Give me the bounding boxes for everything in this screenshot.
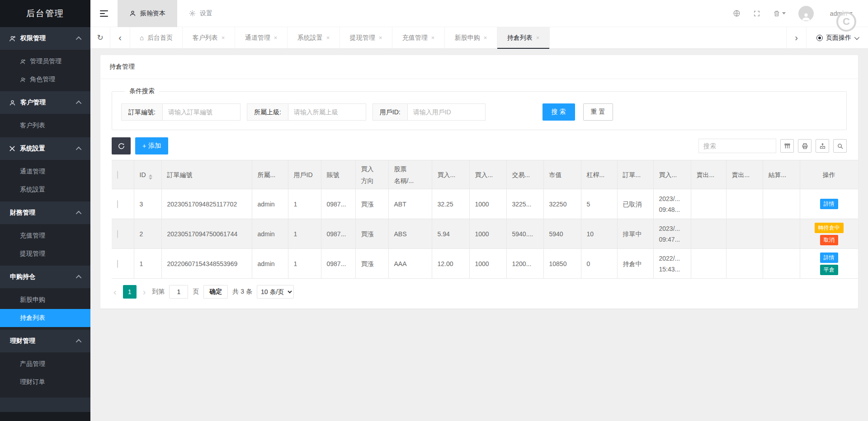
close-icon[interactable]: × [536, 34, 540, 41]
menu-fold-icon[interactable] [90, 10, 118, 17]
cell-direction: 買漲 [355, 219, 388, 249]
confirm-page-button[interactable]: 确定 [203, 285, 228, 299]
sidebar-group-label: 申购持仓 [10, 273, 35, 281]
user-id-input[interactable] [408, 103, 486, 121]
tab-withdraw-management[interactable]: 提现管理 × [340, 27, 392, 48]
select-all-checkbox[interactable] [117, 171, 118, 179]
chevron-up-icon [76, 339, 82, 345]
col-settle: 結算... [763, 160, 800, 189]
columns-filter-icon[interactable] [780, 139, 794, 153]
sidebar-item-customer-list[interactable]: 客户列表 [0, 117, 90, 135]
close-icon[interactable]: × [484, 34, 487, 41]
current-page[interactable]: 1 [123, 285, 137, 299]
cell-buy-qty: 1000 [469, 189, 506, 219]
refresh-tabs-icon[interactable]: ↻ [90, 27, 110, 48]
sidebar-group-wealth[interactable]: 理财管理 [0, 330, 90, 352]
row-checkbox[interactable] [117, 230, 118, 238]
parent-input[interactable] [288, 103, 366, 121]
tab-recharge-management[interactable]: 充值管理 × [392, 27, 445, 48]
tab-channel-management[interactable]: 通道管理 × [235, 27, 288, 48]
cell-settle [763, 189, 800, 219]
sidebar-item-position-list[interactable]: 持倉列表 [0, 309, 90, 327]
col-trade-amount: 交易... [506, 160, 543, 189]
cell-trade-amount: 3225... [506, 189, 543, 219]
cell-sell-price [691, 219, 726, 249]
language-globe-icon[interactable] [733, 9, 741, 17]
order-no-input[interactable] [163, 103, 241, 121]
chevron-up-icon [76, 100, 82, 106]
scroll-right-icon[interactable]: › [786, 27, 806, 48]
sidebar-item-ipo-subscription[interactable]: 新股申购 [0, 291, 90, 309]
user-icon [9, 99, 16, 106]
scroll-left-icon[interactable]: ‹ [110, 27, 130, 48]
sidebar-item-admin-management[interactable]: 管理员管理 [0, 52, 90, 70]
cell-buy-time: 2023/...09:47... [653, 219, 691, 249]
sidebar-item-system-settings[interactable]: 系统設置 [0, 181, 90, 199]
cell-sell-price [691, 249, 726, 279]
sidebar-item-withdraw-management[interactable]: 提现管理 [0, 245, 90, 263]
avatar[interactable] [798, 6, 814, 21]
add-button[interactable]: + 添加 [135, 137, 168, 154]
col-order-no: 訂單編號 [161, 160, 252, 189]
table-header-row: ID 訂單編號 所屬... 用戶ID 賬號 買入 方向 股票 名稱/... 買入… [112, 160, 858, 189]
close-icon[interactable]: × [379, 34, 382, 41]
sidebar-group-customers[interactable]: 客户管理 [0, 91, 90, 114]
cell-buy-price: 12.00 [432, 249, 469, 279]
refresh-button[interactable] [112, 137, 131, 154]
per-page-select[interactable]: 10 条/页 [257, 285, 294, 299]
settings-tab[interactable]: 设置 [177, 0, 224, 27]
chevron-up-icon [76, 275, 82, 281]
parent-label: 所屬上級: [247, 103, 288, 121]
table-search-input[interactable] [698, 139, 776, 153]
tab-home[interactable]: ⌂ 后台首页 [130, 27, 183, 48]
transfer-position-button[interactable]: 轉持倉中 [815, 223, 844, 233]
clear-cache-icon[interactable] [773, 10, 786, 17]
sidebar-item-product-management[interactable]: 产品管理 [0, 355, 90, 373]
sidebar-item-channel-management[interactable]: 通道管理 [0, 163, 90, 181]
reset-button[interactable]: 重 置 [583, 103, 613, 121]
sidebar-group-ipo-positions[interactable]: 申购持仓 [0, 266, 90, 288]
print-icon[interactable] [798, 139, 811, 153]
close-icon[interactable]: × [274, 34, 278, 41]
sidebar-item-label: 客户列表 [20, 122, 45, 130]
search-button[interactable]: 搜 索 [542, 103, 575, 121]
plus-icon: + [142, 142, 146, 150]
next-page-icon[interactable]: › [141, 287, 148, 297]
close-icon[interactable]: × [326, 34, 330, 41]
goto-page-input[interactable] [169, 285, 188, 299]
cell-settle [763, 249, 800, 279]
sidebar-group-permissions[interactable]: 权限管理 [0, 27, 90, 50]
close-position-button[interactable]: 平倉 [820, 265, 838, 275]
sidebar-item-role-management[interactable]: 角色管理 [0, 70, 90, 89]
cell-sell-qty [726, 249, 763, 279]
workspace-tab[interactable]: 振翰资本 [118, 0, 177, 27]
main-content: 持倉管理 条件搜索 訂單編號: 所屬上級: 用戶ID: [90, 49, 868, 421]
sidebar-footer [0, 412, 90, 421]
cell-account: 0987... [321, 219, 355, 249]
app-title: 后台管理 [0, 0, 90, 27]
fullscreen-icon[interactable] [753, 10, 760, 17]
tab-label: 后台首页 [147, 34, 173, 42]
close-icon[interactable]: × [222, 34, 225, 41]
detail-button[interactable]: 詳情 [820, 199, 838, 209]
export-icon[interactable] [816, 139, 829, 153]
cancel-button[interactable]: 取消 [820, 235, 838, 245]
col-id[interactable]: ID [134, 160, 161, 189]
sidebar-item-recharge-management[interactable]: 充值管理 [0, 227, 90, 245]
row-checkbox[interactable] [117, 260, 118, 268]
close-icon[interactable]: × [431, 34, 435, 41]
tab-customer-list[interactable]: 客户列表 × [183, 27, 235, 48]
sidebar-item-wealth-orders[interactable]: 理财订单 [0, 373, 90, 391]
col-sell-qty: 賣出... [726, 160, 763, 189]
row-checkbox[interactable] [117, 200, 118, 208]
zoom-icon[interactable] [833, 139, 847, 153]
tab-system-settings[interactable]: 系统設置 × [288, 27, 340, 48]
tab-ipo-subscription[interactable]: 新股申购 × [445, 27, 497, 48]
prev-page-icon[interactable]: ‹ [112, 287, 118, 297]
detail-button[interactable]: 詳情 [820, 253, 838, 263]
sidebar-group-system-settings[interactable]: 系统設置 [0, 137, 90, 160]
sidebar-group-finance[interactable]: 財務管理 [0, 201, 90, 224]
page-action-dropdown[interactable]: 页面操作 [806, 27, 868, 48]
tab-position-list[interactable]: 持倉列表 × [497, 27, 550, 48]
sort-icon[interactable] [149, 174, 152, 180]
